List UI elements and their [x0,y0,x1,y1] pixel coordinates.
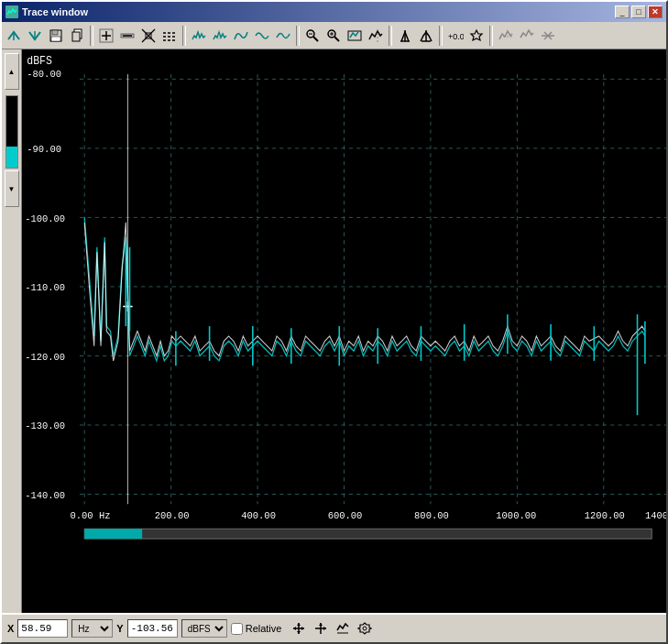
window-icon [5,5,18,18]
tb-search3[interactable] [345,26,365,46]
main-window: Trace window _ □ ✕ [0,0,668,644]
tb-sep-6 [489,26,493,46]
svg-marker-100 [358,623,371,634]
svg-text:1400.5: 1400.5 [645,510,666,521]
svg-text:1200.00: 1200.00 [585,510,625,521]
tb-sep-4 [389,26,392,46]
x-unit-select[interactable]: Hz kHz MHz [71,619,113,638]
spectrum-chart: dBFS -80.00 -90.00 -100.00 -110.00 -120.… [22,49,666,613]
scroll-up-button[interactable]: ▲ [5,53,19,90]
status-icon-buttons [289,618,375,639]
tb-copy[interactable] [67,26,87,46]
tb-spike2[interactable] [416,26,436,46]
tb-wave3[interactable] [231,26,251,46]
y-unit-select[interactable]: dBFS dBV V [181,619,227,638]
tb-dashed[interactable] [159,26,180,46]
tb-save[interactable] [46,26,66,46]
scroll-down-button[interactable]: ▼ [5,170,19,207]
tb-sep-1 [90,26,93,46]
title-bar: Trace window _ □ ✕ [2,2,666,22]
title-buttons: _ □ ✕ [615,5,663,18]
svg-text:-140.00: -140.00 [25,490,65,501]
remove-marker-button[interactable] [333,618,353,639]
tb-sep-3 [296,26,300,46]
svg-text:800.00: 800.00 [414,510,449,521]
relative-label: Relative [246,623,282,634]
x-label: X [7,623,14,634]
tb-grid[interactable] [138,26,159,46]
svg-text:-90.00: -90.00 [27,144,61,155]
svg-point-101 [363,627,367,630]
svg-marker-93 [293,627,296,630]
svg-line-20 [313,37,318,41]
toolbar: +0.0 [2,22,666,49]
svg-marker-98 [323,627,326,630]
svg-marker-92 [297,631,301,634]
svg-marker-97 [319,623,323,626]
status-bar: X Hz kHz MHz Y dBFS dBV V Relative [2,613,666,642]
svg-text:dBFS: dBFS [27,55,52,68]
svg-text:600.00: 600.00 [328,510,363,521]
svg-text:-110.00: -110.00 [25,282,65,293]
tb-wave5[interactable] [273,26,293,46]
x-value-input[interactable] [17,619,68,638]
left-sidebar: ▲ ▼ [2,49,22,613]
tb-search1[interactable] [302,26,323,46]
svg-marker-94 [301,627,304,630]
maximize-button[interactable]: □ [631,5,646,18]
tb-num1[interactable]: +0.0 [445,26,465,46]
tb-sep-5 [439,26,443,46]
svg-rect-69 [84,529,652,539]
tb-search2[interactable] [323,26,344,46]
svg-rect-70 [84,529,142,539]
level-bar [6,147,17,168]
relative-checkbox[interactable] [231,623,243,635]
svg-text:-80.00: -80.00 [27,69,61,80]
tb-wave2[interactable] [210,26,230,46]
svg-rect-4 [51,37,60,41]
tb-check1[interactable] [496,26,516,46]
svg-text:200.00: 200.00 [155,510,190,521]
svg-text:1000.00: 1000.00 [496,510,536,521]
svg-text:+0.0: +0.0 [448,32,464,41]
svg-line-23 [334,37,339,41]
svg-text:-100.00: -100.00 [25,213,65,224]
tb-trace-mode[interactable] [366,26,386,46]
tb-star[interactable] [466,26,487,46]
minimize-button[interactable]: _ [615,5,630,18]
scroll-down-icon: ▼ [8,185,16,193]
svg-marker-91 [297,623,301,626]
tb-zoom-x-in[interactable] [96,26,116,46]
window-title: Trace window [22,6,88,17]
tb-spike1[interactable] [395,26,415,46]
tb-sep-2 [182,26,186,46]
settings-button[interactable] [355,618,375,639]
scroll-up-icon: ▲ [8,68,16,76]
tb-wave1[interactable] [189,26,209,46]
tb-cursor-down[interactable] [25,26,45,46]
relative-checkbox-area: Relative [231,623,282,635]
y-value-input[interactable] [127,619,178,638]
tb-check2[interactable] [517,26,537,46]
svg-rect-3 [52,30,58,35]
y-label: Y [116,623,123,634]
tb-zoom-x-out[interactable] [117,26,137,46]
svg-rect-6 [72,32,80,41]
tb-wave4[interactable] [252,26,272,46]
chart-area[interactable]: dBFS -80.00 -90.00 -100.00 -110.00 -120.… [22,49,666,613]
tb-check3[interactable] [538,26,558,46]
title-bar-left: Trace window [5,5,88,18]
level-indicator [5,95,18,169]
svg-text:400.00: 400.00 [241,510,276,521]
tb-cursor-up[interactable] [4,26,24,46]
svg-text:0.00 Hz: 0.00 Hz [70,510,110,521]
svg-text:-130.00: -130.00 [25,420,65,431]
main-area: ▲ ▼ dBFS -80.00 -90.00 [2,49,666,613]
svg-marker-33 [471,30,482,40]
svg-text:-120.00: -120.00 [25,352,65,363]
add-marker-button[interactable] [311,618,331,639]
move-cursor-button[interactable] [289,618,309,639]
close-button[interactable]: ✕ [648,5,663,18]
